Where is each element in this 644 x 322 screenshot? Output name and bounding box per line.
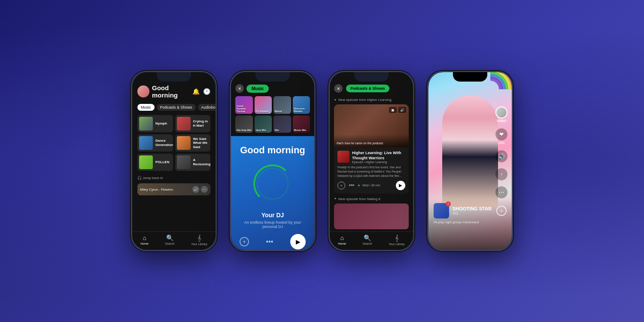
episode-play-button[interactable]: ▶	[396, 181, 405, 190]
screen-icon[interactable]: ▣	[389, 107, 397, 113]
bottom-nav: ⌂ Home 🔍 Search 𝄞 Your Library	[330, 231, 413, 250]
add-episode-button[interactable]: ＋	[337, 182, 345, 189]
album-art-areck	[177, 155, 191, 169]
phone-1-header: Good morning 🔔 🕐	[137, 84, 210, 99]
tab-music[interactable]: Music	[137, 104, 155, 111]
podcast-meta: Episode • Higher Learning	[352, 161, 405, 164]
playlist-grid: Good Sunday Turnup On Repeat Blend Disco…	[235, 96, 310, 133]
phone-1: Good morning 🔔 🕐 Music Podcasts & Shows …	[131, 71, 217, 251]
list-item[interactable]: POLLEN	[137, 154, 173, 171]
nav-home[interactable]: ⌂ Home	[140, 234, 149, 246]
grid-cell-6[interactable]: Jazz Mix	[255, 115, 272, 133]
dj-label: Your DJ	[261, 212, 284, 219]
nav-library-label: Your Library	[389, 243, 405, 246]
nav-search[interactable]: 🔍 Search	[362, 234, 372, 246]
podcast-card-1[interactable]: ▣ 🔊 that's how he came on the podcast. H…	[334, 104, 409, 194]
add-to-library-button[interactable]: ＋	[496, 206, 507, 216]
album-art-nymph	[139, 117, 153, 131]
cell-label-3: Blend	[275, 110, 282, 112]
hashtags: #k-pop #girl group #obsessed	[434, 220, 507, 224]
nav-search-label: Search	[362, 242, 372, 245]
more-button[interactable]: •••	[266, 238, 273, 246]
library-icon: 𝄞	[197, 234, 201, 242]
album-art-crying	[177, 117, 191, 131]
podcasts-filter-pill[interactable]: Podcasts & Shows	[346, 85, 389, 92]
nav-library[interactable]: 𝄞 Your Library	[389, 234, 405, 246]
phone-4-screen: SABIO ❤ 340K 🔊 ↑ ⋯ SHOOTING STAR	[428, 72, 512, 250]
filter-row: ✕ Music	[235, 84, 310, 93]
tab-audiobooks[interactable]: Audiobooks	[198, 104, 216, 111]
grid-cell-8[interactable]: Music Mix	[293, 115, 310, 133]
phone-3-screen: ✕ Podcasts & Shows New episode from High…	[330, 72, 413, 250]
grid-cell-1[interactable]: Good Sunday Turnup	[235, 96, 253, 114]
nav-search[interactable]: 🔍 Search	[165, 234, 174, 246]
item-label: Crying in H Mart	[193, 119, 209, 128]
phone-1-screen: Good morning 🔔 🕐 Music Podcasts & Shows …	[132, 72, 216, 250]
tab-podcasts[interactable]: Podcasts & Shows	[157, 104, 196, 111]
close-button[interactable]: ✕	[334, 84, 343, 93]
nav-search-label: Search	[165, 242, 174, 245]
phone-4: SABIO ❤ 340K 🔊 ↑ ⋯ SHOOTING STAR	[427, 71, 513, 251]
list-item[interactable]: Nymph	[137, 115, 173, 132]
podcast-card-2-thumb[interactable]	[334, 204, 409, 229]
phone-1-content: Good morning 🔔 🕐 Music Podcasts & Shows …	[132, 72, 216, 200]
cell-label-7: Mix	[275, 129, 279, 131]
item-label: Dance Generation	[155, 139, 173, 147]
list-item[interactable]: Dance Generation	[137, 134, 173, 152]
nav-library-label: Your Library	[191, 243, 207, 246]
grid-cell-7[interactable]: Mix	[273, 115, 291, 133]
now-playing-bar[interactable]: Miley Cyrus - Flowers 🔊 ⋯	[137, 183, 210, 195]
podcast-video-thumb: ▣ 🔊 that's how he came on the podcast.	[334, 104, 409, 147]
share-item: ↑	[495, 168, 507, 180]
list-item[interactable]: Crying in H Mart	[175, 115, 211, 132]
music-filter-pill[interactable]: Music	[246, 85, 269, 93]
item-label: A Reckoning	[193, 158, 211, 166]
more-icon[interactable]: ⋯	[201, 186, 208, 193]
item-label: POLLEN	[155, 160, 169, 164]
list-item[interactable]: We Said What We Said	[175, 134, 211, 152]
jump-back-label: 🎧 Jump back in	[137, 176, 210, 180]
new-episode-label-1: New episode from Higher Learning	[334, 98, 409, 102]
phone-2-notch	[255, 72, 290, 82]
nav-home-label: Home	[338, 242, 346, 245]
play-button[interactable]: ▶	[290, 234, 306, 249]
phone-3-content: ✕ Podcasts & Shows New episode from High…	[330, 72, 413, 250]
grid-cell-2[interactable]: On Repeat	[255, 96, 272, 114]
phone-2: ✕ Music Good Sunday Turnup On Repeat Ble…	[230, 71, 316, 251]
dj-card: Good morning Your DJ An endless lineup h…	[231, 136, 314, 250]
grid-cell-5[interactable]: Hip Hop Mix	[235, 115, 253, 133]
item-label: Nymph	[155, 122, 167, 126]
album-art-pollen	[139, 155, 153, 169]
more-episode-button[interactable]: •••	[348, 182, 355, 189]
grid-cell-3[interactable]: Blend	[273, 96, 291, 114]
cell-label-2: On Repeat	[256, 110, 269, 112]
share-icon[interactable]: ↑	[495, 168, 507, 180]
podcast-description: Finally! In the podcast's first live eve…	[337, 165, 405, 178]
bell-icon[interactable]: 🔔	[192, 88, 200, 95]
podcast-header: Higher Learning: Live With Thought Warri…	[337, 151, 405, 164]
like-icon[interactable]: ❤	[495, 128, 507, 140]
nav-home[interactable]: ⌂ Home	[338, 234, 346, 246]
add-button[interactable]: ＋	[240, 237, 249, 246]
dj-subtitle: An endless lineup hosted by your persona…	[240, 220, 306, 229]
volume-icon[interactable]: 🔊	[495, 150, 507, 162]
volume-icon[interactable]: 🔊	[398, 107, 406, 113]
podcast-artwork	[337, 151, 349, 163]
play-count-item: ❤ 340K	[495, 128, 507, 144]
greeting-text: Good morning	[152, 84, 192, 99]
grid-cell-4[interactable]: Discover Weekly	[293, 96, 310, 114]
song-artist: XG	[453, 211, 493, 216]
episode-time: Wed • 36 min	[362, 184, 380, 187]
phone-2-content: ✕ Music Good Sunday Turnup On Repeat Ble…	[231, 72, 314, 250]
filter-row: ✕ Podcasts & Shows	[334, 84, 409, 93]
speaker-icon[interactable]: 🔊	[192, 186, 199, 193]
close-button[interactable]: ✕	[235, 84, 244, 93]
list-item[interactable]: A Reckoning	[175, 154, 211, 171]
history-icon[interactable]: 🕐	[203, 88, 210, 95]
nav-library[interactable]: 𝄞 Your Library	[191, 234, 207, 246]
dj-controls: ＋ ••• ▶	[240, 234, 306, 249]
more-icon[interactable]: ⋯	[495, 186, 507, 198]
bottom-nav: ⌂ Home 🔍 Search 𝄞 Your Library	[132, 231, 216, 250]
phone-2-screen: ✕ Music Good Sunday Turnup On Repeat Ble…	[231, 72, 314, 250]
filter-tabs: Music Podcasts & Shows Audiobooks	[137, 104, 210, 111]
